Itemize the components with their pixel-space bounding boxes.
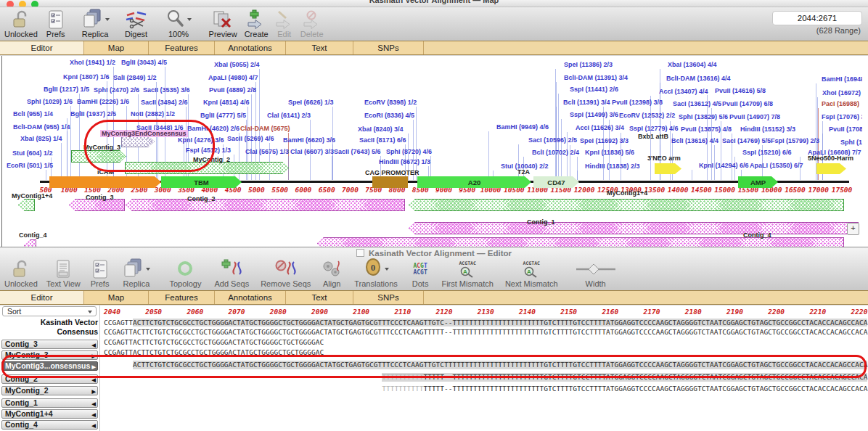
slider-icon: [574, 258, 618, 280]
preview-button[interactable]: Preview: [209, 9, 237, 38]
tab-text[interactable]: Text: [286, 41, 353, 54]
sort-dropdown[interactable]: Sort: [2, 306, 97, 316]
tab-features[interactable]: Features: [149, 291, 215, 304]
map-canvas[interactable]: XhoI (1941) 1/2BglII (3043) 4/5XbaI (505…: [6, 56, 862, 247]
feature-3neo-arm[interactable]: [655, 163, 681, 174]
replica-button[interactable]: Replica: [81, 9, 110, 38]
map-text-label: CAG PROMOTER: [365, 169, 419, 176]
contig-contig1[interactable]: [409, 222, 859, 234]
map-ruler-tick: 17500: [832, 186, 853, 194]
prefs-button[interactable]: Prefs: [46, 9, 65, 38]
contig-contig2[interactable]: [126, 199, 405, 211]
sequence-row-button-mycontig1-4[interactable]: MyContig1+4◀: [1, 409, 98, 419]
restriction-site-label: StuI (604) 1/2: [12, 149, 53, 157]
restriction-site-label: SacII (3494) 2/6: [141, 99, 188, 106]
feature-amp[interactable]: AMP: [738, 176, 778, 188]
sequence-row-button-contig-1[interactable]: Contig_1◀: [1, 398, 98, 408]
unlocked-button[interactable]: Unlocked: [4, 258, 38, 288]
contig-mycontig14[interactable]: [409, 199, 844, 211]
sequence-ruler-tick: 2200: [768, 308, 785, 316]
chevron-down-icon: [105, 18, 110, 21]
align-button[interactable]: Align: [321, 258, 343, 288]
feature-5neo500-harm[interactable]: [816, 163, 846, 174]
feature-tbm[interactable]: TBM: [161, 176, 242, 188]
svg-text:0: 0: [370, 262, 375, 273]
replica-button[interactable]: Replica: [122, 258, 150, 288]
width-slider[interactable]: Width: [574, 258, 618, 288]
tab-text[interactable]: Text: [286, 291, 353, 304]
dots-button[interactable]: ACGTACGT Dots: [412, 258, 429, 288]
sequence-ruler-tick: 2120: [436, 308, 453, 316]
edit-button[interactable]: Edit: [274, 9, 295, 38]
feature-a20[interactable]: A20: [417, 176, 531, 188]
feature-label: TBM: [161, 178, 242, 186]
feature-cag-promoter[interactable]: [372, 176, 408, 188]
restriction-site-label: PvuII (14616) 5/8: [715, 87, 766, 94]
restriction-site-label: PvuII (14907) 7/8: [729, 113, 780, 120]
add-row-button[interactable]: +: [847, 223, 859, 235]
tab-snps[interactable]: SNPs: [353, 41, 424, 54]
sequence-row-button-mycontig3-onsesnsus[interactable]: MyContig3...onsesnsus▶: [1, 361, 98, 371]
sequence-ruler-tick: 2160: [602, 308, 618, 316]
contig-mycontig14-small[interactable]: [18, 199, 35, 211]
topology-ring-icon: [175, 258, 195, 280]
tab-features[interactable]: Features: [149, 41, 215, 54]
sequence-row-button-mycontig-2[interactable]: MyContig_2▶: [1, 386, 98, 395]
restriction-site-label: SspI (15210) 6/6: [742, 149, 792, 156]
map-ruler-tick: 16500: [785, 186, 806, 194]
sequence-ruler-tick: 2090: [311, 308, 328, 316]
feature-label: CD47: [533, 178, 579, 186]
range-input[interactable]: 2044:2671: [772, 11, 862, 25]
contig-mycontig3[interactable]: [71, 150, 126, 163]
feature-cd47[interactable]: CD47: [533, 176, 579, 188]
restriction-site-label: BamHI (16948): [822, 75, 862, 83]
restriction-site-label: SacI (10596) 2/5: [528, 136, 577, 144]
digest-button[interactable]: Digest: [124, 9, 149, 38]
zoom-level-button[interactable]: 100%: [166, 9, 192, 38]
restriction-site-label: SacI (14769) 5/5: [722, 137, 771, 144]
translations-button[interactable]: 0 Translations: [354, 258, 398, 288]
map-ruler-tick: 14000: [668, 186, 689, 194]
restriction-site-label: BclI (955) 1/4: [13, 110, 53, 118]
unlocked-button[interactable]: Unlocked: [4, 9, 38, 38]
sequence-row-button-contig-3[interactable]: Contig_3◀: [1, 340, 98, 349]
tab-editor[interactable]: Editor: [0, 291, 84, 304]
contig-mycontig2[interactable]: [125, 162, 289, 174]
site-tick-line: [67, 131, 67, 180]
first-mismatch-button[interactable]: ACGTACA First Mismatch: [441, 258, 494, 288]
tab-map[interactable]: Map: [84, 41, 149, 54]
map-ruler-tick: 14500: [691, 186, 712, 194]
add-seqs-button[interactable]: Add Seqs: [214, 258, 249, 288]
sequence-row-button-contig-4[interactable]: Contig_4◀: [1, 420, 98, 430]
tab-annotations[interactable]: Annotations: [215, 41, 286, 54]
text-view-button[interactable]: Text View: [46, 258, 81, 288]
create-button[interactable]: Create: [245, 9, 269, 38]
restriction-site-label: PacI (16988): [822, 100, 859, 107]
delete-slash-arrow-icon: [302, 9, 322, 30]
site-tick-line: [692, 170, 692, 180]
tab-annotations[interactable]: Annotations: [215, 291, 286, 304]
restriction-site-label: BamHI (9949) 4/6: [496, 123, 549, 131]
sequence-row-button-contig-2[interactable]: Contig_2◀: [1, 374, 98, 384]
next-mismatch-button[interactable]: ACGTACA Next Mismatch: [505, 258, 558, 288]
prefs-button[interactable]: Prefs: [91, 258, 110, 288]
restriction-site-label: AccI (13407) 4/4: [659, 88, 708, 95]
svg-text:A: A: [527, 268, 531, 275]
sequence-text-kasinath-vector: CCGAGTTACTTCTGTCTGCGCCTGCTGGGGACTATGCTGG…: [104, 319, 867, 327]
feature-icam[interactable]: [49, 176, 161, 188]
tab-snps[interactable]: SNPs: [353, 291, 424, 304]
topology-button[interactable]: Topology: [169, 258, 201, 288]
remove-seqs-button[interactable]: Remove Seqs: [261, 258, 311, 288]
restriction-site-label: BamHI (6620) 3/6: [283, 136, 335, 144]
delete-button[interactable]: Delete: [300, 9, 324, 38]
contig-mycontig3end[interactable]: [121, 136, 155, 147]
tab-map[interactable]: Map: [84, 291, 149, 304]
contig-contig4-small[interactable]: [24, 239, 36, 247]
sequence-row-button-mycontig-3[interactable]: MyContig_3▶: [1, 350, 98, 360]
restriction-site-label: ClaI-DAM (5675): [240, 125, 290, 132]
restriction-site-label: XhoI (1941) 1/2: [70, 59, 115, 66]
map-text-label: 5Neo500-Harm: [808, 155, 853, 162]
tab-editor[interactable]: Editor: [0, 41, 84, 54]
replica-pages-icon: [81, 8, 103, 31]
restriction-site-label: ClaI (5675) 1/3: [245, 148, 289, 155]
